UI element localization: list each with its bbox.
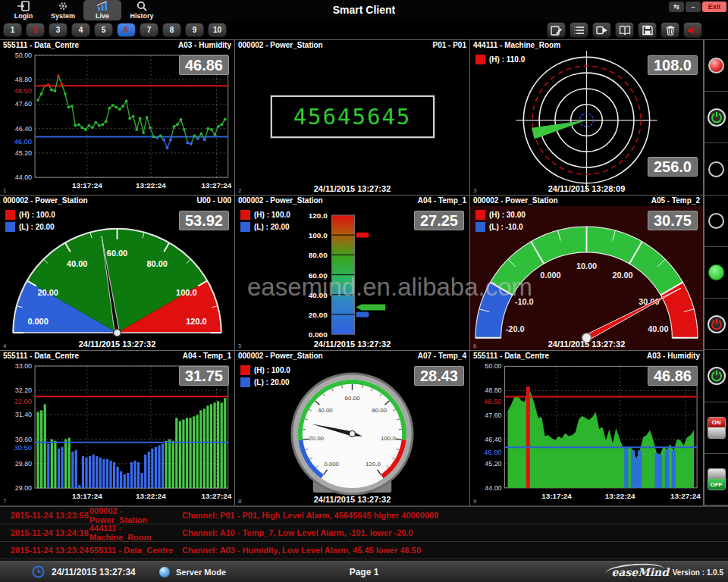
svg-text:0.000: 0.000 — [324, 461, 339, 468]
legend: (H) : 100.0(L) : 20.00 — [5, 210, 55, 232]
page-tabs: 12345678910 — [3, 23, 227, 37]
value-badge: 53.92 — [179, 211, 229, 230]
channel-label: A03 - Humidity — [178, 41, 231, 51]
page-tab-7[interactable]: 7 — [140, 23, 158, 37]
page-tab-8[interactable]: 8 — [162, 23, 181, 37]
svg-text:20.00: 20.00 — [612, 271, 632, 280]
list-icon[interactable] — [570, 22, 588, 38]
panel-9: 555111 - Data_CentreA03 - Humidity50.004… — [470, 351, 704, 506]
legend-swatch — [240, 222, 250, 232]
device-label: 444111 - Machine_Room — [473, 41, 560, 51]
legend-label: (L) : 20.00 — [19, 223, 55, 231]
run-icon[interactable] — [592, 22, 611, 38]
rail-button-3[interactable] — [704, 143, 728, 195]
page-tab-10[interactable]: 10 — [208, 23, 227, 37]
minimize-button[interactable]: – — [686, 2, 701, 12]
page-tab-4[interactable]: 4 — [71, 23, 90, 37]
legend-item-low: (L) : -10.0 — [475, 222, 526, 232]
panel-header: 000002 - Power_StationP01 - P01 — [235, 40, 469, 51]
page-tab-3[interactable]: 3 — [49, 23, 67, 37]
panel-2: 000002 - Power_StationP01 - P01456456452… — [235, 40, 470, 196]
legend-label: (H) : 100.0 — [254, 211, 290, 219]
panel-header: 555111 - Data_CentreA03 - Humidity — [470, 351, 703, 361]
rail-button-7[interactable] — [704, 350, 728, 402]
legend-swatch — [475, 55, 485, 64]
alarm-device: 555111 - Data_Centre — [89, 546, 182, 555]
panel-header: 000002 - Power_StationA04 - Temp_1 — [235, 196, 469, 206]
legend: (H) : 100.0(L) : 20.00 — [240, 210, 290, 232]
rail-button-2[interactable] — [704, 92, 728, 143]
trash-icon[interactable] — [661, 22, 679, 38]
panel-body: -20.0-10.00.00010.0020.0030.0040.00(H) :… — [470, 206, 703, 350]
svg-text:80.00: 80.00 — [372, 407, 387, 414]
rail-button-8[interactable]: ON — [704, 402, 728, 454]
panel-number: 8 — [238, 498, 241, 505]
svg-text:13:17:24: 13:17:24 — [541, 492, 572, 500]
panel-number: 7 — [3, 498, 6, 505]
page-tab-6[interactable]: 6 — [117, 23, 136, 37]
panel-5: 000002 - Power_StationA04 - Temp_10.0002… — [235, 196, 470, 351]
rail-button-1[interactable] — [704, 40, 728, 92]
svg-text:20.00: 20.00 — [309, 435, 324, 442]
svg-text:20.00: 20.00 — [309, 311, 328, 319]
svg-text:29.00: 29.00 — [15, 484, 32, 492]
page-tab-2[interactable]: 2 — [26, 23, 45, 37]
device-label: 555111 - Data_Centre — [3, 41, 79, 51]
svg-text:0.000: 0.000 — [309, 330, 328, 339]
device-label: 000002 - Power_Station — [238, 41, 323, 51]
title-bar: Login System Live History Smart Client ⇆… — [0, 0, 728, 21]
alarm-row[interactable]: 2015-11-24 13:23:58000002 - Power_Statio… — [0, 507, 728, 524]
timestamp: 24/11/2015 13:28:09 — [470, 184, 703, 193]
svg-text:120.0: 120.0 — [309, 211, 328, 220]
panel-body: 33.0032.2031.4030.6029.8029.0013:17:2413… — [0, 361, 234, 505]
value-badge: 46.86 — [179, 55, 229, 75]
legend-label: (L) : 20.00 — [254, 378, 290, 386]
panel-header: 555111 - Data_CentreA04 - Temp_1 — [0, 351, 234, 361]
page-tab-9[interactable]: 9 — [185, 23, 204, 37]
exit-button[interactable]: Exit — [702, 2, 726, 12]
control-rail: ONOFF — [704, 39, 728, 505]
edit-icon[interactable] — [547, 22, 566, 38]
rail-button-5[interactable] — [704, 247, 728, 299]
channel-label: A05 - Temp_2 — [651, 196, 700, 206]
svg-text:13:22:24: 13:22:24 — [136, 181, 166, 189]
svg-text:30.50: 30.50 — [14, 443, 32, 452]
status-bar: 24/11/2015 13:27:34 Server Mode Page 1 e… — [0, 561, 728, 582]
alarm-row[interactable]: 2015-11-24 13:23:24555111 - Data_CentreC… — [0, 542, 728, 559]
panel-body: 50.0048.8047.6046.4045.2044.0013:17:2413… — [470, 361, 703, 505]
digital-readout: 45645645 — [271, 95, 435, 138]
svg-text:20.00: 20.00 — [37, 288, 58, 297]
svg-text:32.00: 32.00 — [14, 397, 32, 405]
page-tab-1[interactable]: 1 — [3, 23, 22, 37]
svg-text:46.40: 46.40 — [485, 436, 501, 443]
page-tab-row: 12345678910 — [0, 21, 728, 39]
device-label: 000002 - Power_Station — [238, 196, 323, 206]
device-label: 000002 - Power_Station — [238, 352, 323, 361]
rail-button-9[interactable]: OFF — [704, 454, 728, 505]
page-tab-5[interactable]: 5 — [94, 23, 113, 37]
svg-text:30.60: 30.60 — [15, 436, 32, 443]
restore-icon[interactable]: ⇆ — [669, 2, 684, 12]
panel-body: (H) : 110.0108.0256.024/11/2015 13:28:09 — [470, 51, 703, 195]
brand-logo: easeMind — [611, 566, 669, 578]
svg-text:40.00: 40.00 — [648, 324, 668, 333]
rail-button-4[interactable] — [704, 196, 728, 247]
toolbar — [547, 22, 702, 38]
svg-text:40.00: 40.00 — [318, 407, 333, 414]
svg-text:13:17:24: 13:17:24 — [72, 492, 102, 500]
alarm-row[interactable]: 2015-11-24 13:24:18444111 - Machine_Room… — [0, 524, 728, 542]
legend-item-high: (H) : 100.0 — [5, 210, 55, 220]
book-icon[interactable] — [615, 22, 634, 38]
legend-label: (L) : 20.00 — [254, 223, 290, 231]
svg-text:13:27:24: 13:27:24 — [202, 181, 232, 189]
channel-label: A07 - Temp_4 — [418, 352, 466, 361]
save-icon[interactable] — [638, 22, 657, 38]
svg-text:80.00: 80.00 — [309, 251, 328, 259]
svg-text:100.0: 100.0 — [176, 288, 196, 297]
timestamp: 24/11/2015 13:27:32 — [235, 184, 469, 193]
power-icon — [708, 367, 726, 385]
legend-swatch — [475, 210, 485, 220]
speaker-icon[interactable] — [683, 22, 702, 38]
rail-button-6[interactable] — [704, 299, 728, 350]
legend: (H) : 100.0(L) : 20.00 — [240, 365, 290, 387]
